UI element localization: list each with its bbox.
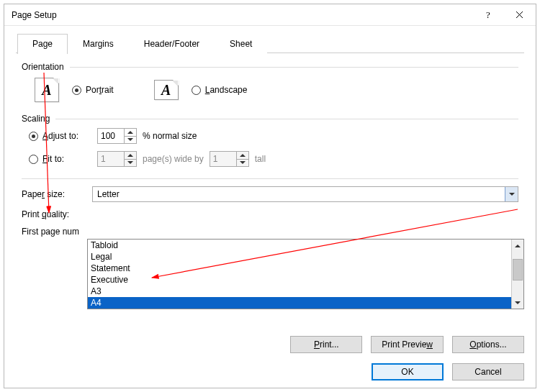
radio-adjust-to[interactable]: Adjust to: xyxy=(29,131,91,141)
adjust-percent-input[interactable] xyxy=(98,129,124,143)
spin-down-icon[interactable] xyxy=(237,159,248,167)
dropdown-scrollbar[interactable] xyxy=(511,240,523,309)
adjust-post-label: % normal size xyxy=(143,131,197,141)
radio-empty-icon xyxy=(29,155,38,164)
paper-size-value: Letter xyxy=(93,187,505,201)
print-quality-label: Print quality: xyxy=(22,209,86,219)
tab-panel-page: Orientation A Portrait A Landscape Scali… xyxy=(16,53,524,237)
spin-up-icon[interactable] xyxy=(125,129,136,136)
scroll-down-icon[interactable] xyxy=(512,296,523,309)
radio-dot-icon xyxy=(29,132,38,141)
fit-wide-input[interactable] xyxy=(98,152,124,166)
list-item[interactable]: Executive xyxy=(88,274,511,286)
list-item[interactable]: Statement xyxy=(88,263,511,274)
fit-mid-label: page(s) wide by xyxy=(143,154,204,164)
tab-page[interactable]: Page xyxy=(17,34,68,54)
tab-margins[interactable]: Margins xyxy=(68,34,129,54)
options-button[interactable]: Options... xyxy=(452,336,524,353)
scroll-up-icon[interactable] xyxy=(512,240,523,252)
spin-up-icon[interactable] xyxy=(237,152,248,159)
scaling-adjust-row: Adjust to: % normal size xyxy=(29,128,516,144)
spin-up-icon[interactable] xyxy=(125,152,136,159)
print-quality-row: Print quality: xyxy=(22,209,518,219)
radio-empty-icon xyxy=(192,86,201,95)
scaling-rows: Adjust to: % normal size Fit to: xyxy=(22,124,518,176)
tab-sheet[interactable]: Sheet xyxy=(215,34,267,54)
landscape-page-icon: A xyxy=(154,80,179,100)
page-setup-dialog: Page Setup ? Page Margins Header/Footer … xyxy=(4,4,536,388)
adjust-percent-spinner[interactable] xyxy=(97,128,137,144)
portrait-page-icon: A xyxy=(35,78,59,102)
list-item[interactable]: A3 xyxy=(88,286,511,297)
list-item[interactable]: Legal xyxy=(88,251,511,263)
scroll-thumb[interactable] xyxy=(513,259,523,281)
group-scaling: Scaling xyxy=(22,114,518,124)
action-buttons-row: Print... Print Preview Options... xyxy=(290,336,524,353)
scaling-fit-row: Fit to: page(s) wide by xyxy=(29,151,516,167)
ok-button[interactable]: OK xyxy=(372,363,444,380)
dialog-content: Page Margins Header/Footer Sheet Orienta… xyxy=(4,26,536,389)
paper-size-row: Paper size: Letter xyxy=(22,186,518,202)
fit-post-label: tall xyxy=(255,154,266,164)
svg-text:?: ? xyxy=(486,10,490,20)
dropdown-list: Tabloid Legal Statement Executive A3 A4 xyxy=(88,240,511,309)
paper-size-combo[interactable]: Letter xyxy=(92,186,518,202)
paper-size-label: Paper size: xyxy=(22,189,86,199)
titlebar: Page Setup ? xyxy=(4,4,536,26)
paper-size-dropdown[interactable]: Tabloid Legal Statement Executive A3 A4 xyxy=(87,239,524,309)
first-page-number-row: First page num xyxy=(22,227,518,237)
fit-tall-input[interactable] xyxy=(210,152,236,166)
group-scaling-title: Scaling xyxy=(22,114,55,124)
combo-dropdown-button[interactable] xyxy=(505,187,518,201)
window-title: Page Setup xyxy=(12,10,471,20)
help-button[interactable]: ? xyxy=(471,4,503,26)
radio-dot-icon xyxy=(72,86,81,95)
spin-down-icon[interactable] xyxy=(125,136,136,144)
cancel-button[interactable]: Cancel xyxy=(452,363,524,380)
print-button[interactable]: Print... xyxy=(290,336,362,353)
close-button[interactable] xyxy=(503,4,536,26)
spin-down-icon[interactable] xyxy=(125,159,136,167)
print-preview-button[interactable]: Print Preview xyxy=(371,336,444,353)
orientation-row: A Portrait A Landscape xyxy=(22,72,518,114)
group-orientation-title: Orientation xyxy=(22,62,70,72)
fit-wide-spinner[interactable] xyxy=(97,151,137,167)
tab-header-footer[interactable]: Header/Footer xyxy=(129,34,215,54)
list-item[interactable]: A4 xyxy=(88,297,511,309)
tabstrip: Page Margins Header/Footer Sheet xyxy=(16,34,524,54)
radio-fit-to[interactable]: Fit to: xyxy=(29,154,91,164)
radio-landscape[interactable]: Landscape xyxy=(192,85,248,95)
first-page-number-label: First page num xyxy=(22,227,79,237)
radio-portrait[interactable]: Portrait xyxy=(72,85,114,95)
scroll-track[interactable] xyxy=(512,252,523,296)
group-orientation: Orientation xyxy=(22,62,518,72)
commit-buttons-row: OK Cancel xyxy=(372,363,524,380)
list-item[interactable]: Tabloid xyxy=(88,240,511,251)
fit-tall-spinner[interactable] xyxy=(210,151,249,167)
chevron-down-icon xyxy=(509,193,515,196)
separator xyxy=(22,178,518,179)
